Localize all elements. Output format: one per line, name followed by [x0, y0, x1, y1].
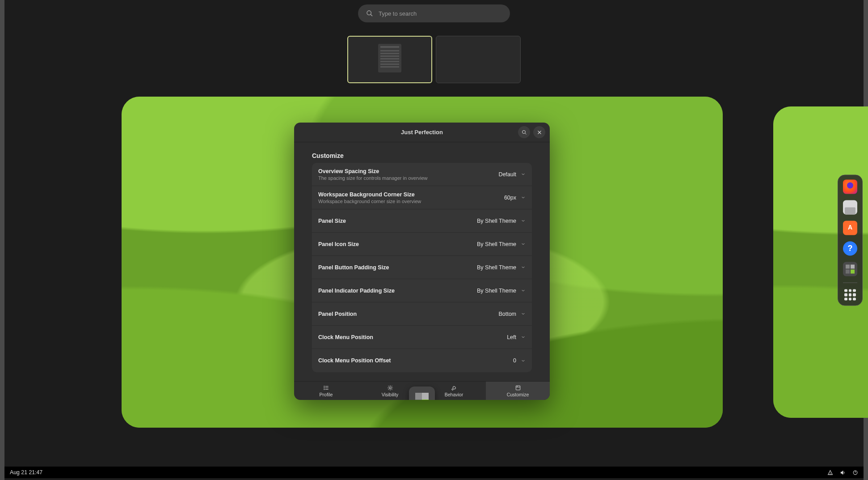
svg-point-12: [389, 387, 391, 389]
chevron-down-icon: [521, 218, 526, 223]
row-title: Clock Menu Position Offset: [318, 357, 391, 364]
row-value: By Shell Theme: [477, 218, 516, 224]
row-value: 60px: [504, 195, 516, 201]
tab-customize[interactable]: Customize: [486, 382, 550, 400]
power-icon[interactable]: [852, 470, 858, 476]
row-panel-icon-size[interactable]: Panel Icon Size By Shell Theme: [312, 233, 532, 256]
network-icon[interactable]: [827, 470, 833, 476]
tab-label: Visibility: [382, 392, 399, 397]
row-title: Panel Position: [318, 311, 357, 317]
dock-item-software[interactable]: [843, 221, 857, 235]
chevron-down-icon: [521, 242, 526, 246]
row-value-dropdown[interactable]: 60px: [504, 195, 526, 201]
row-value-dropdown[interactable]: By Shell Theme: [477, 264, 526, 271]
section-header: Customize: [294, 142, 550, 163]
svg-point-9: [324, 386, 324, 386]
row-value-dropdown[interactable]: Left: [507, 334, 526, 340]
workspace-thumbnails: [347, 36, 521, 83]
dock-item-firefox[interactable]: [843, 179, 857, 194]
dock-item-extensions[interactable]: [843, 262, 857, 276]
just-perfection-window: Just Perfection Customize Overview Spaci…: [294, 123, 550, 400]
window-title: Just Perfection: [401, 129, 443, 136]
svg-point-0: [367, 11, 371, 15]
row-value-dropdown[interactable]: By Shell Theme: [477, 241, 526, 247]
header-close-button[interactable]: [533, 126, 545, 138]
row-overview-spacing-size[interactable]: Overview Spacing Size The spacing size f…: [312, 163, 532, 186]
volume-icon[interactable]: [840, 470, 846, 476]
search-input[interactable]: [379, 10, 502, 17]
row-title: Panel Size: [318, 218, 346, 224]
row-title: Workspace Background Corner Size: [318, 191, 421, 198]
svg-point-11: [324, 389, 324, 389]
workspace-thumb-1[interactable]: [347, 36, 432, 83]
row-desc: The spacing size for controls manager in…: [318, 175, 428, 181]
row-title: Clock Menu Position: [318, 334, 373, 340]
row-workspace-bg-corner-size[interactable]: Workspace Background Corner Size Workspa…: [312, 186, 532, 209]
header-search-button[interactable]: [518, 126, 530, 138]
chevron-down-icon: [521, 311, 526, 316]
row-panel-position[interactable]: Panel Position Bottom: [312, 302, 532, 326]
svg-line-1: [371, 14, 372, 16]
row-value: 0: [513, 357, 516, 364]
panel-status-area[interactable]: [827, 470, 858, 476]
row-value-dropdown[interactable]: Default: [498, 171, 526, 178]
workspace-thumb-window: [378, 44, 401, 72]
row-value-dropdown[interactable]: 0: [513, 357, 526, 364]
sun-icon: [387, 385, 393, 391]
section-title: Customize: [312, 152, 532, 159]
row-panel-size[interactable]: Panel Size By Shell Theme: [312, 209, 532, 233]
bottom-panel: Aug 21 21:47: [4, 467, 864, 478]
chevron-down-icon: [521, 288, 526, 293]
row-title: Panel Icon Size: [318, 241, 359, 247]
row-value: Bottom: [498, 311, 516, 317]
window-header: Just Perfection: [294, 123, 550, 142]
row-clock-menu-position[interactable]: Clock Menu Position Left: [312, 326, 532, 349]
chevron-down-icon: [521, 195, 526, 200]
window-app-badge: [409, 387, 435, 400]
row-desc: Workspace background corner size in over…: [318, 199, 421, 204]
tab-label: Customize: [507, 392, 529, 397]
overview-search[interactable]: [358, 4, 510, 22]
dock-item-help[interactable]: ?: [843, 241, 857, 255]
close-icon: [537, 130, 542, 135]
search-icon: [366, 10, 373, 17]
row-value: Default: [498, 171, 516, 178]
dock-separator: [843, 282, 857, 283]
row-value-dropdown[interactable]: By Shell Theme: [477, 218, 526, 224]
row-value: By Shell Theme: [477, 288, 516, 294]
row-value-dropdown[interactable]: By Shell Theme: [477, 288, 526, 294]
tab-label: Behavior: [445, 392, 463, 397]
frame-left: [0, 0, 4, 480]
tab-label: Profile: [320, 392, 333, 397]
panel-clock[interactable]: Aug 21 21:47: [10, 469, 42, 476]
row-value-dropdown[interactable]: Bottom: [498, 311, 526, 317]
chevron-down-icon: [521, 265, 526, 270]
row-value: By Shell Theme: [477, 264, 516, 271]
frame-icon: [515, 385, 521, 391]
svg-point-10: [324, 387, 324, 388]
dock: ?: [838, 174, 863, 306]
settings-list: Overview Spacing Size The spacing size f…: [294, 163, 550, 372]
svg-line-20: [392, 386, 392, 386]
chevron-down-icon: [521, 172, 526, 177]
row-panel-button-padding-size[interactable]: Panel Button Padding Size By Shell Theme: [312, 256, 532, 279]
svg-point-2: [522, 130, 525, 133]
svg-line-3: [525, 133, 526, 134]
row-title: Panel Indicator Padding Size: [318, 288, 395, 294]
list-icon: [323, 385, 329, 391]
workspace-thumb-2[interactable]: [436, 36, 521, 83]
row-clock-menu-position-offset[interactable]: Clock Menu Position Offset 0: [312, 349, 532, 372]
svg-marker-28: [841, 471, 843, 475]
svg-rect-21: [516, 386, 520, 390]
search-icon: [522, 130, 527, 135]
chevron-down-icon: [521, 335, 526, 340]
row-panel-indicator-padding-size[interactable]: Panel Indicator Padding Size By Shell Th…: [312, 279, 532, 302]
dock-item-files[interactable]: [843, 200, 857, 214]
svg-line-19: [388, 389, 388, 390]
dock-show-applications[interactable]: [844, 289, 856, 301]
wrench-icon: [451, 385, 457, 391]
puzzle-icon: [415, 393, 429, 400]
tab-profile[interactable]: Profile: [294, 382, 358, 400]
row-title: Overview Spacing Size: [318, 168, 428, 174]
row-value: Left: [507, 334, 516, 340]
